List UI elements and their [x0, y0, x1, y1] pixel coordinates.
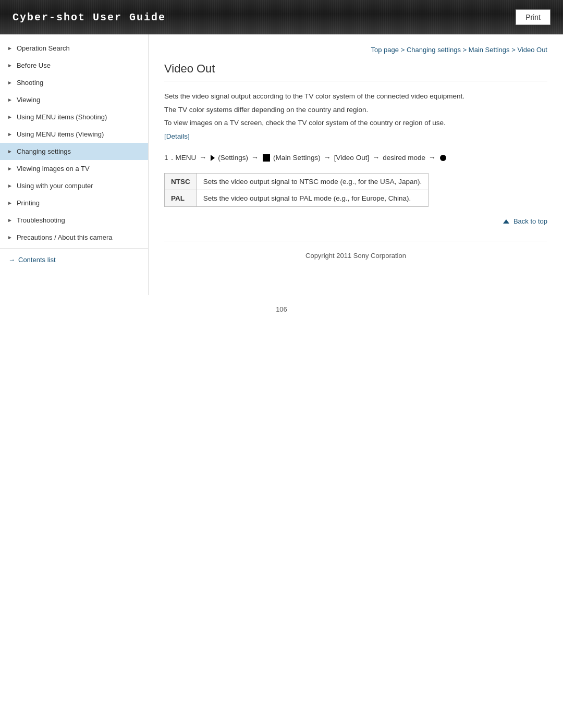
copyright: Copyright 2011 Sony Corporation	[305, 252, 406, 260]
sidebar-item-using-menu-shooting[interactable]: ►Using MENU items (Shooting)	[0, 108, 148, 126]
main-settings-square-icon	[263, 154, 270, 162]
sidebar-arrow-icon: ►	[7, 217, 13, 223]
footer: Copyright 2011 Sony Corporation	[164, 241, 547, 265]
sidebar-divider	[0, 248, 148, 249]
sidebar-arrow-icon: ►	[7, 149, 13, 154]
table-cell-description: Sets the video output signal to NTSC mod…	[197, 173, 428, 190]
table-row: NTSCSets the video output signal to NTSC…	[165, 173, 429, 190]
sidebar-item-troubleshooting[interactable]: ►Troubleshooting	[0, 212, 148, 229]
breadcrumb-video-out: Video Out	[517, 46, 547, 54]
sidebar-arrow-icon: ►	[7, 97, 13, 103]
sidebar-item-label: Changing settings	[17, 147, 71, 155]
sidebar-item-label: Using MENU items (Shooting)	[17, 113, 107, 121]
sidebar-item-label: Shooting	[17, 79, 43, 87]
sidebar-item-precautions[interactable]: ►Precautions / About this camera	[0, 229, 148, 246]
sidebar-item-label: Using MENU items (Viewing)	[17, 130, 104, 138]
sidebar-item-shooting[interactable]: ►Shooting	[0, 74, 148, 91]
sidebar-arrow-icon: ►	[7, 235, 13, 240]
sidebar-item-viewing-images-tv[interactable]: ►Viewing images on a TV	[0, 160, 148, 177]
arrow-icon-5: →	[429, 151, 436, 164]
sidebar-item-label: Troubleshooting	[17, 216, 65, 224]
sidebar-arrow-icon: ►	[7, 166, 13, 171]
header-title: Cyber-shot User Guide	[13, 11, 166, 23]
sidebar-arrow-icon: ►	[7, 114, 13, 120]
sidebar-item-viewing[interactable]: ►Viewing	[0, 91, 148, 108]
main-content: Top page > Changing settings > Main Sett…	[149, 34, 563, 280]
sidebar-arrow-icon: ►	[7, 45, 13, 51]
sidebar-item-before-use[interactable]: ►Before Use	[0, 57, 148, 74]
instruction-settings: (Settings)	[218, 152, 248, 164]
confirm-circle-icon	[440, 155, 446, 161]
sidebar-item-changing-settings[interactable]: ►Changing settings	[0, 143, 148, 160]
breadcrumb-top-page[interactable]: Top page	[371, 46, 399, 54]
description-line1: Sets the video signal output according t…	[164, 91, 547, 102]
arrow-icon-3: →	[324, 151, 331, 164]
table-cell-label: NTSC	[165, 173, 197, 190]
sidebar-item-label: Using with your computer	[17, 182, 93, 190]
page-number: 106	[0, 295, 563, 324]
sidebar-item-label: Viewing	[17, 96, 40, 104]
arrow-icon-2: →	[251, 151, 259, 164]
instruction-video-out: [Video Out]	[334, 152, 369, 164]
sidebar-item-printing[interactable]: ►Printing	[0, 194, 148, 212]
table-cell-description: Sets the video output signal to PAL mode…	[197, 190, 428, 206]
description-line2: The TV color systems differ depending on…	[164, 104, 547, 116]
sidebar-item-label: Operation Search	[17, 44, 70, 52]
contents-list-link[interactable]: → Contents list	[0, 251, 148, 269]
sidebar-arrow-icon: ►	[7, 183, 13, 189]
sidebar-arrow-icon: ►	[7, 80, 13, 85]
sidebar-item-label: Precautions / About this camera	[17, 233, 113, 241]
page-title: Video Out	[164, 62, 547, 81]
sidebar-item-using-with-computer[interactable]: ►Using with your computer	[0, 177, 148, 194]
breadcrumb-sep1: >	[401, 46, 407, 54]
sidebar-item-label: Before Use	[17, 61, 51, 69]
back-to-top-link[interactable]: Back to top	[503, 217, 547, 225]
breadcrumb-sep3: >	[511, 46, 517, 54]
instruction-main-settings: (Main Settings)	[273, 152, 321, 164]
contents-list-label: Contents list	[18, 256, 56, 264]
settings-triangle-icon	[211, 155, 215, 161]
details-link[interactable]: [Details]	[164, 132, 190, 140]
breadcrumb-changing-settings[interactable]: Changing settings	[407, 46, 461, 54]
sidebar-item-operation-search[interactable]: ►Operation Search	[0, 40, 148, 57]
instruction: 1．MENU → (Settings) → (Main Settings) → …	[164, 151, 547, 164]
sidebar-arrow-icon: ►	[7, 131, 13, 137]
instruction-desired-mode: desired mode	[383, 152, 425, 164]
arrow-right-icon: →	[8, 256, 15, 264]
back-to-top-label: Back to top	[513, 217, 547, 225]
header: Cyber-shot User Guide Print	[0, 0, 563, 34]
sidebar-item-label: Viewing images on a TV	[17, 165, 90, 172]
print-button[interactable]: Print	[516, 9, 550, 25]
sidebar-arrow-icon: ►	[7, 63, 13, 68]
arrow-icon-1: →	[199, 151, 206, 164]
instruction-step: 1．MENU	[164, 152, 196, 164]
description-line3: To view images on a TV screen, check the…	[164, 117, 547, 129]
up-triangle-icon	[503, 219, 509, 224]
breadcrumb-sep2: >	[463, 46, 469, 54]
breadcrumb: Top page > Changing settings > Main Sett…	[164, 40, 547, 62]
sidebar-item-label: Printing	[17, 199, 40, 207]
video-out-table: NTSCSets the video output signal to NTSC…	[164, 173, 429, 207]
table-row: PALSets the video output signal to PAL m…	[165, 190, 429, 206]
arrow-icon-4: →	[372, 151, 380, 164]
description: Sets the video signal output according t…	[164, 91, 547, 142]
sidebar-item-using-menu-viewing[interactable]: ►Using MENU items (Viewing)	[0, 126, 148, 143]
breadcrumb-main-settings[interactable]: Main Settings	[469, 46, 510, 54]
sidebar: ►Operation Search►Before Use►Shooting►Vi…	[0, 34, 149, 295]
back-to-top: Back to top	[164, 217, 547, 225]
table-cell-label: PAL	[165, 190, 197, 206]
sidebar-arrow-icon: ►	[7, 200, 13, 206]
page-layout: ►Operation Search►Before Use►Shooting►Vi…	[0, 34, 563, 295]
